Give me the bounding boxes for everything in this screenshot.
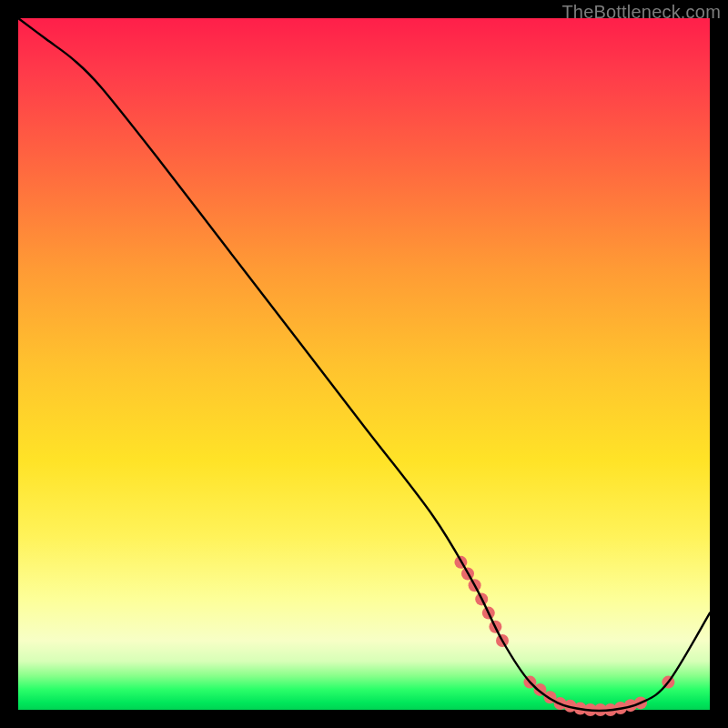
watermark-text: TheBottleneck.com [561, 2, 721, 23]
chart-stage: TheBottleneck.com [0, 0, 728, 728]
highlight-dots-group [454, 556, 674, 716]
chart-plot-area [18, 18, 710, 710]
chart-svg [18, 18, 710, 710]
bottleneck-curve [18, 18, 710, 711]
